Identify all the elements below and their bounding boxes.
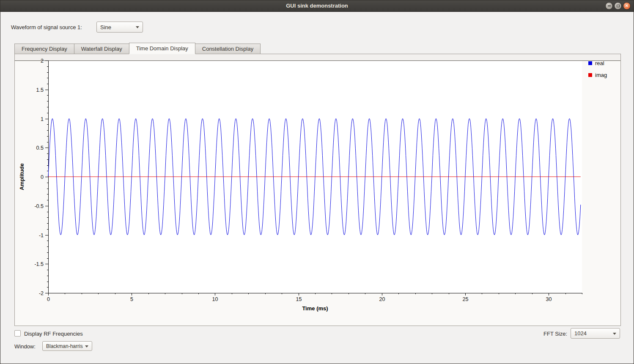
legend-swatch-real	[588, 61, 592, 65]
waveform-select-value: Sine	[100, 24, 111, 30]
x-tick-label: 5	[130, 296, 133, 302]
window: GUI sink demonstration ✕ Waveform of sig…	[0, 0, 634, 364]
waveform-source-label: Waveform of signal source 1:	[11, 24, 82, 30]
tab-label: Constellation Display	[202, 46, 253, 52]
legend-label: imag	[595, 72, 607, 78]
x-tick-label: 30	[546, 296, 552, 302]
window-fn-value: Blackman-harris	[46, 343, 83, 349]
x-tick-label: 15	[296, 296, 302, 302]
fft-size-label: FFT Size:	[543, 331, 567, 337]
tab-panel: 21.510.50-0.5-1-1.5-2051015202530Amplitu…	[14, 54, 621, 326]
x-axis-title: Time (ms)	[302, 305, 328, 312]
fft-size-value: 1024	[574, 330, 587, 337]
y-tick-label: 0	[41, 174, 44, 180]
x-tick-label: 10	[212, 296, 218, 302]
close-icon: ✕	[625, 4, 629, 8]
tab-frequency-display[interactable]: Frequency Display	[14, 44, 74, 54]
chevron-down-icon	[613, 333, 616, 335]
y-axis-title: Amplitude	[19, 163, 25, 190]
x-tick-label: 25	[463, 296, 469, 302]
tab-label: Waterfall Display	[81, 46, 122, 52]
legend-item-real: real	[588, 60, 607, 66]
legend-swatch-imag	[588, 73, 592, 77]
plot-legend: realimag	[588, 60, 607, 84]
legend-label: real	[595, 60, 604, 66]
y-tick-label: -1	[39, 233, 44, 238]
window-fn-label: Window:	[14, 343, 36, 350]
display-rf-label: Display RF Frequencies	[24, 331, 83, 337]
plot-area[interactable]: 21.510.50-0.5-1-1.5-2051015202530Amplitu…	[15, 54, 620, 326]
window-title: GUI sink demonstration	[0, 0, 634, 11]
y-tick-label: -1.5	[34, 261, 44, 267]
y-tick-label: -2	[39, 290, 44, 296]
window-controls: ✕	[605, 2, 631, 10]
tab-label: Time Domain Display	[136, 45, 188, 52]
tab-label: Frequency Display	[22, 46, 67, 52]
waveform-select[interactable]: Sine	[96, 22, 143, 33]
close-button[interactable]: ✕	[623, 2, 631, 10]
chevron-down-icon	[136, 26, 139, 28]
y-tick-label: 1.5	[36, 87, 44, 93]
maximize-icon	[617, 5, 620, 7]
time-domain-plot[interactable]: 21.510.50-0.5-1-1.5-2051015202530Amplitu…	[15, 54, 620, 326]
minimize-button[interactable]	[605, 2, 613, 10]
y-tick-label: -0.5	[34, 203, 44, 209]
minimize-icon	[608, 5, 611, 6]
y-tick-label: 1	[41, 116, 44, 122]
tab-constellation-display[interactable]: Constellation Display	[195, 44, 261, 54]
maximize-button[interactable]	[614, 2, 622, 10]
y-tick-label: 2	[41, 58, 44, 64]
fft-size-select[interactable]: 1024	[571, 328, 620, 339]
tab-bar: Frequency Display Waterfall Display Time…	[14, 43, 260, 54]
tab-time-domain-display[interactable]: Time Domain Display	[129, 43, 195, 54]
legend-item-imag: imag	[588, 72, 607, 78]
chevron-down-icon	[85, 345, 88, 348]
x-tick-label: 0	[47, 296, 50, 302]
plot-top-margin	[15, 54, 620, 60]
tab-waterfall-display[interactable]: Waterfall Display	[74, 44, 129, 54]
y-tick-label: 0.5	[36, 145, 44, 151]
display-rf-checkbox[interactable]	[14, 330, 21, 337]
window-fn-select[interactable]: Blackman-harris	[42, 341, 92, 351]
titlebar: GUI sink demonstration ✕	[0, 0, 634, 12]
x-tick-label: 20	[379, 296, 385, 302]
